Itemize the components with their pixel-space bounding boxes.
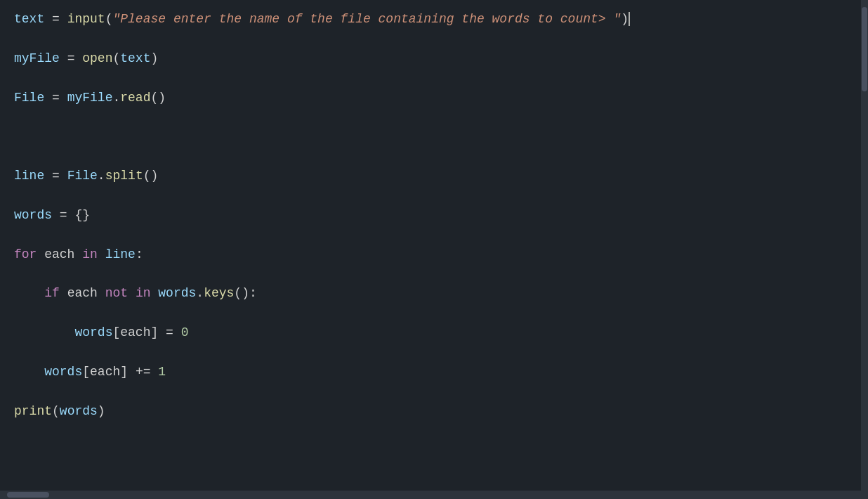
code-content[interactable]: text = input("Please enter the name of t…	[0, 0, 861, 491]
bottom-bar	[0, 491, 868, 499]
code-area: text = input("Please enter the name of t…	[0, 0, 868, 491]
scrollbar-horizontal[interactable]	[0, 491, 861, 499]
scrollbar-vertical[interactable]	[861, 0, 868, 491]
editor-container: text = input("Please enter the name of t…	[0, 0, 868, 499]
scrollbar-thumb[interactable]	[862, 7, 867, 91]
code-block: text = input("Please enter the name of t…	[14, 10, 847, 491]
scrollbar-h-thumb[interactable]	[7, 492, 49, 498]
